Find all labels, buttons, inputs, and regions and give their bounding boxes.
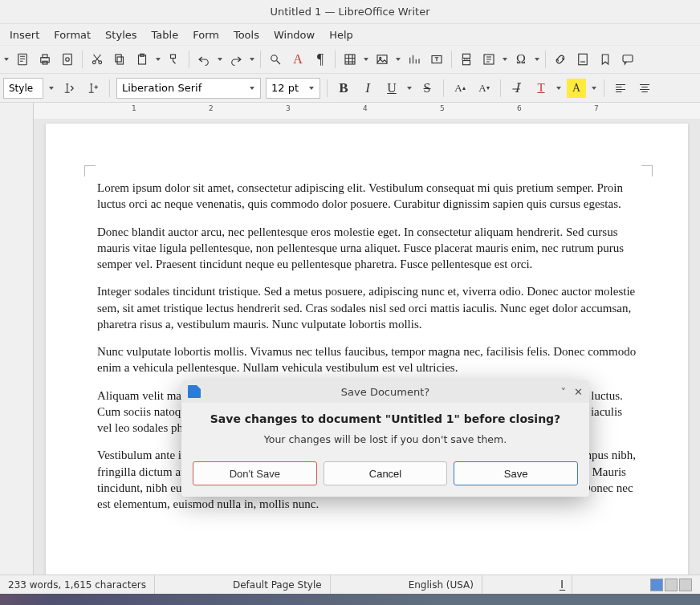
vertical-ruler[interactable]	[0, 119, 34, 575]
svg-rect-2	[43, 55, 47, 58]
font-size-dropdown[interactable]	[308, 87, 315, 90]
export-pdf-icon[interactable]	[13, 50, 32, 69]
paragraph[interactable]: Donec blandit auctor arcu, nec pellentes…	[97, 224, 640, 273]
status-insert-mode[interactable]: I̲	[552, 575, 572, 594]
menu-format[interactable]: Format	[47, 27, 97, 43]
insert-field-dropdown[interactable]	[502, 58, 508, 61]
svg-rect-15	[377, 55, 387, 64]
copy-icon[interactable]	[110, 50, 129, 69]
print-preview-icon[interactable]	[58, 50, 77, 69]
single-page-view-icon[interactable]	[650, 579, 663, 591]
special-char-icon[interactable]: Ω	[511, 50, 531, 69]
menu-insert[interactable]: Insert	[3, 27, 46, 43]
underline-dropdown[interactable]	[406, 87, 413, 90]
status-page-style[interactable]: Default Page Style	[225, 575, 331, 594]
footnote-icon[interactable]	[573, 50, 592, 69]
print-icon[interactable]	[35, 50, 55, 69]
redo-icon[interactable]	[226, 50, 246, 69]
underline-button[interactable]: U	[382, 79, 401, 98]
subscript-button[interactable]: A▾	[474, 79, 494, 98]
insert-table-icon[interactable]	[340, 50, 360, 69]
document-page[interactable]: Lorem ipsum dolor sit amet, consectetur …	[46, 124, 688, 575]
menu-help[interactable]: Help	[323, 27, 360, 43]
document-area: Lorem ipsum dolor sit amet, consectetur …	[0, 119, 700, 575]
font-size-value: 12 pt	[271, 82, 299, 94]
page-break-icon[interactable]	[457, 50, 476, 69]
svg-point-5	[66, 58, 70, 62]
standard-toolbar: A ¶ Ω	[0, 45, 700, 74]
font-name-combo[interactable]: Liberation Serif	[116, 78, 261, 99]
paragraph[interactable]: Aliquam velit massa, laoreet vel leo nec…	[97, 388, 640, 436]
insert-image-icon[interactable]	[372, 50, 392, 69]
clone-formatting-icon[interactable]	[165, 50, 184, 69]
font-name-value: Liberation Serif	[122, 82, 201, 94]
font-size-combo[interactable]: 12 pt	[266, 78, 320, 99]
menu-form[interactable]: Form	[186, 27, 226, 43]
highlight-dropdown[interactable]	[591, 87, 597, 90]
insert-chart-icon[interactable]	[405, 50, 424, 69]
cut-icon[interactable]	[88, 50, 107, 69]
strikethrough-button[interactable]: S	[417, 79, 437, 98]
toolbar-overflow-left[interactable]	[3, 58, 10, 61]
horizontal-ruler-row: 1 2 3 4 5 6 7	[0, 103, 700, 119]
clear-formatting-icon[interactable]: I̶	[507, 79, 527, 98]
font-name-dropdown[interactable]	[249, 87, 255, 90]
menu-tools[interactable]: Tools	[227, 27, 266, 43]
new-style-icon[interactable]	[83, 79, 103, 98]
book-view-icon[interactable]	[679, 579, 692, 591]
paragraph[interactable]: Nunc vulputate lobortis mollis. Vivamus …	[97, 343, 640, 376]
redo-dropdown[interactable]	[249, 58, 255, 61]
insert-table-dropdown[interactable]	[363, 58, 369, 61]
insert-field-icon[interactable]	[479, 50, 499, 69]
svg-point-7	[99, 61, 102, 64]
font-color-button[interactable]: T	[531, 79, 551, 98]
superscript-button[interactable]: A▴	[450, 79, 470, 98]
highlight-button[interactable]: A	[567, 79, 586, 98]
status-language[interactable]: English (USA)	[401, 575, 482, 594]
svg-rect-19	[463, 61, 470, 65]
menubar: Insert Format Styles Table Form Tools Wi…	[0, 24, 700, 45]
statusbar: 233 words, 1,615 characters Default Page…	[0, 575, 700, 594]
status-view-icons	[642, 575, 700, 594]
svg-rect-8	[117, 57, 124, 64]
paragraph-style-value: Style	[9, 83, 33, 94]
spellcheck-icon[interactable]: A	[288, 50, 307, 69]
align-left-button[interactable]	[611, 79, 630, 98]
insert-image-dropdown[interactable]	[395, 58, 401, 61]
update-style-icon[interactable]	[59, 79, 79, 98]
status-word-count[interactable]: 233 words, 1,615 characters	[0, 575, 155, 594]
hyperlink-icon[interactable]	[551, 50, 570, 69]
insert-cursor-icon: I̲	[560, 578, 564, 591]
comment-icon[interactable]	[618, 50, 637, 69]
undo-dropdown[interactable]	[217, 58, 223, 61]
special-char-dropdown[interactable]	[534, 58, 540, 61]
svg-rect-1	[41, 58, 50, 63]
bookmark-icon[interactable]	[596, 50, 615, 69]
formatting-marks-icon[interactable]: ¶	[311, 50, 330, 69]
bold-button[interactable]: B	[334, 79, 353, 98]
insert-textbox-icon[interactable]	[427, 50, 446, 69]
paragraph[interactable]: Lorem ipsum dolor sit amet, consectetur …	[97, 180, 640, 213]
horizontal-ruler[interactable]: 1 2 3 4 5 6 7	[34, 103, 700, 119]
find-icon[interactable]	[266, 50, 285, 69]
menu-styles[interactable]: Styles	[99, 27, 143, 43]
multi-page-view-icon[interactable]	[665, 579, 678, 591]
paragraph[interactable]: Vestibulum ante ipsum primis in faucibus…	[97, 447, 640, 512]
paragraph[interactable]: Integer sodales tincidunt tristique. Sed…	[97, 283, 640, 332]
font-color-dropdown[interactable]	[556, 87, 562, 90]
menu-table[interactable]: Table	[145, 27, 185, 43]
svg-rect-18	[463, 54, 470, 58]
paste-dropdown[interactable]	[155, 58, 161, 61]
paragraph-style-dropdown[interactable]	[48, 87, 55, 90]
align-center-button[interactable]	[635, 79, 654, 98]
paragraph-style-combo[interactable]: Style	[3, 78, 43, 99]
svg-point-13	[271, 55, 278, 62]
svg-point-6	[92, 61, 96, 64]
italic-button[interactable]: I	[358, 79, 377, 98]
menu-window[interactable]: Window	[267, 27, 321, 43]
svg-rect-0	[18, 54, 27, 65]
svg-rect-12	[171, 55, 176, 59]
window-title: Untitled 1 — LibreOffice Writer	[271, 6, 430, 18]
undo-icon[interactable]	[194, 50, 214, 69]
paste-icon[interactable]	[132, 50, 152, 69]
